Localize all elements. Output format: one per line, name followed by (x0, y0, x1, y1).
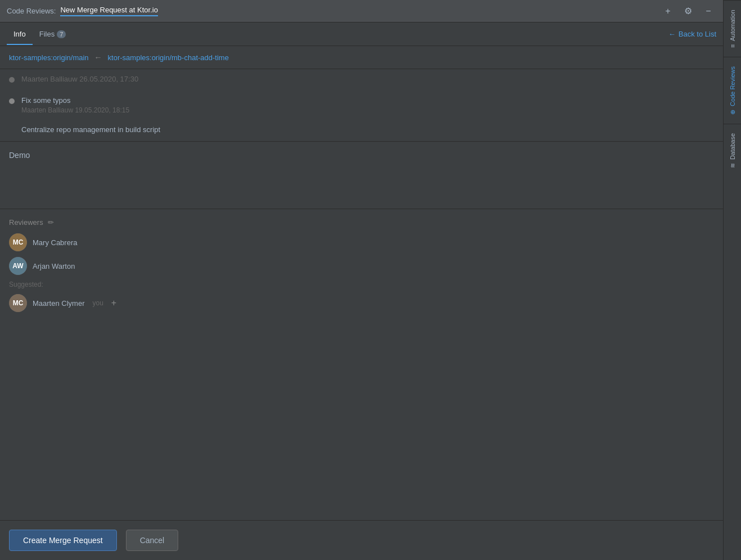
create-merge-request-button[interactable]: Create Merge Request (9, 530, 117, 551)
reviewers-header: Reviewers ✏ (9, 218, 714, 227)
commit-item: Fix some typos Maarten Balliauw 19.05.20… (9, 91, 714, 120)
reviewers-label: Reviewers (9, 218, 43, 227)
commit-title: Fix some typos (21, 96, 714, 105)
suggested-reviewer-item: MC Maarten Clymer you + (9, 294, 714, 312)
avatar-mcl: MC (9, 294, 27, 312)
database-label: Database (729, 133, 736, 160)
reviewer-name: Arjan Warton (33, 262, 75, 270)
add-reviewer-button[interactable]: + (111, 298, 116, 308)
commit-title: Centralize repo management in build scri… (21, 125, 714, 134)
target-branch[interactable]: ktor-samples:origin/mb-chat-add-time (108, 53, 229, 62)
bottom-bar: Create Merge Request Cancel (0, 520, 723, 560)
avatar: AW (9, 257, 27, 275)
minimize-button[interactable]: − (701, 3, 716, 19)
branch-bar: ktor-samples:origin/main ← ktor-samples:… (0, 46, 723, 69)
avatar: MC (9, 233, 27, 251)
source-branch[interactable]: ktor-samples:origin/main (9, 53, 89, 62)
right-sidebar: ≡ Automation ⊕ Code Reviews ≋ Database (723, 0, 741, 560)
files-tab-label: Files (39, 30, 55, 38)
back-to-list-link[interactable]: ← Back to List (668, 30, 716, 38)
commit-item: Centralize repo management in build scri… (9, 120, 714, 141)
avatar-aw: AW (9, 257, 27, 275)
edit-reviewers-icon[interactable]: ✏ (48, 218, 54, 227)
suggested-label: Suggested: (9, 281, 714, 288)
commit-list: Maarten Balliauw 26.05.2020, 17:30 Fix s… (0, 69, 723, 142)
reviewer-you-label: you (92, 299, 103, 307)
title-bar-label: Code Reviews: (7, 7, 56, 15)
cancel-button[interactable]: Cancel (126, 530, 179, 551)
demo-section: Demo (0, 142, 723, 209)
commit-dot (9, 98, 15, 104)
suggested-reviewer-name: Maarten Clymer (33, 299, 84, 308)
settings-button[interactable]: ⚙ (680, 3, 696, 19)
code-reviews-icon: ⊕ (729, 110, 736, 115)
code-reviews-label: Code Reviews (729, 66, 736, 106)
files-badge: 7 (57, 30, 66, 38)
commit-info: Maarten Balliauw 26.05.2020, 17:30 (21, 75, 714, 85)
commit-dot (9, 77, 15, 83)
automation-label: Automation (729, 10, 736, 41)
reviewers-section: Reviewers ✏ MC Mary Cabrera AW Arjan War… (0, 209, 723, 327)
avatar: MC (9, 294, 27, 312)
sidebar-item-automation[interactable]: ≡ Automation (724, 0, 741, 57)
sidebar-item-database[interactable]: ≋ Database (724, 124, 741, 177)
commit-info: Fix some typos Maarten Balliauw 19.05.20… (21, 96, 714, 114)
commit-item: Maarten Balliauw 26.05.2020, 17:30 (9, 69, 714, 91)
avatar-mc: MC (9, 233, 27, 251)
title-bar-actions: + ⚙ − (660, 3, 716, 19)
main-panel: Code Reviews: New Merge Request at Ktor.… (0, 0, 723, 560)
sidebar-item-code-reviews[interactable]: ⊕ Code Reviews (724, 57, 741, 124)
tabs-bar: Info Files7 ← Back to List (0, 22, 723, 46)
tab-info[interactable]: Info (7, 24, 33, 45)
tab-files[interactable]: Files7 (33, 24, 73, 45)
commit-title: Maarten Balliauw 26.05.2020, 17:30 (21, 75, 714, 83)
database-icon: ≋ (729, 163, 736, 168)
reviewer-item: AW Arjan Warton (9, 257, 714, 275)
commit-author: Maarten Balliauw 19.05.2020, 18:15 (21, 106, 714, 114)
title-bar-title: New Merge Request at Ktor.io (60, 6, 157, 16)
back-to-list-label: Back to List (679, 30, 716, 38)
automation-icon: ≡ (729, 44, 736, 48)
content-area: ktor-samples:origin/main ← ktor-samples:… (0, 46, 723, 520)
reviewer-name: Mary Cabrera (33, 238, 77, 247)
branch-arrow-icon: ← (94, 53, 102, 62)
back-arrow-icon: ← (668, 30, 676, 38)
add-button[interactable]: + (660, 3, 676, 19)
demo-text: Demo (9, 151, 714, 160)
reviewer-item: MC Mary Cabrera (9, 233, 714, 251)
title-bar: Code Reviews: New Merge Request at Ktor.… (0, 0, 723, 22)
